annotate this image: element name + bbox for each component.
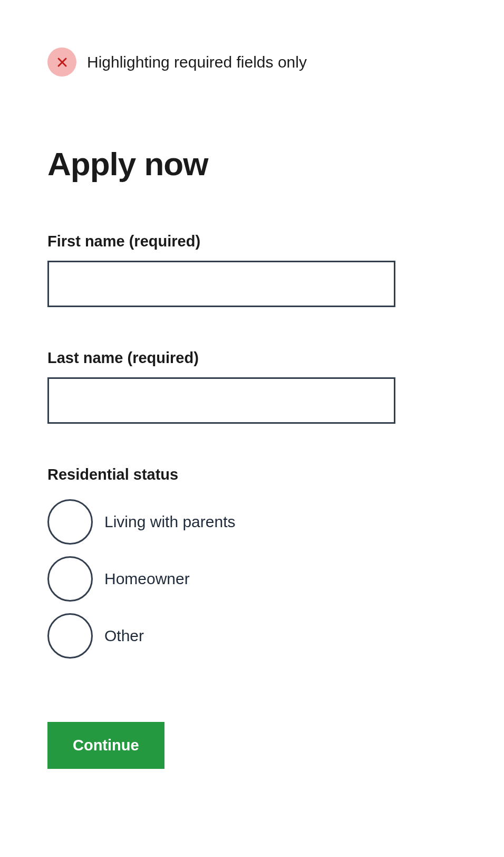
radio-label: Living with parents — [104, 513, 235, 531]
note-banner: Highlighting required fields only — [47, 47, 457, 77]
last-name-input[interactable] — [47, 377, 395, 424]
radio-label: Homeowner — [104, 570, 190, 588]
residential-status-group: Residential status Living with parents H… — [47, 466, 457, 659]
last-name-group: Last name (required) — [47, 349, 457, 424]
radio-option-living-with-parents[interactable]: Living with parents — [47, 499, 457, 545]
radio-label: Other — [104, 627, 144, 645]
radio-circle-icon — [47, 556, 93, 602]
radio-circle-icon — [47, 613, 93, 659]
first-name-input[interactable] — [47, 261, 395, 307]
first-name-group: First name (required) — [47, 233, 457, 307]
radio-circle-icon — [47, 499, 93, 545]
first-name-label: First name (required) — [47, 233, 457, 250]
radio-option-homeowner[interactable]: Homeowner — [47, 556, 457, 602]
close-icon — [47, 47, 76, 77]
page-title: Apply now — [47, 145, 457, 183]
last-name-label: Last name (required) — [47, 349, 457, 367]
radio-group: Living with parents Homeowner Other — [47, 499, 457, 659]
radio-option-other[interactable]: Other — [47, 613, 457, 659]
residential-status-label: Residential status — [47, 466, 457, 483]
continue-button[interactable]: Continue — [47, 722, 164, 769]
note-text: Highlighting required fields only — [87, 53, 307, 71]
